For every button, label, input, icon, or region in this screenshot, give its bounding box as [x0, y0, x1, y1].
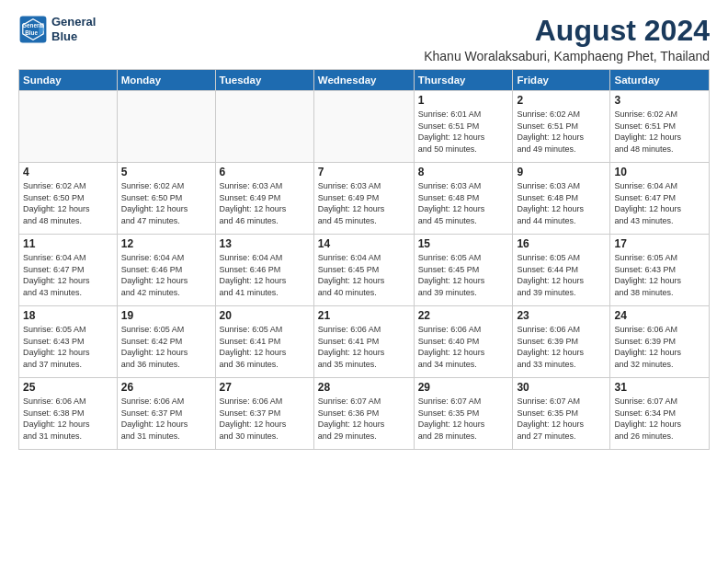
calendar-cell: 4Sunrise: 6:02 AM Sunset: 6:50 PM Daylig… [19, 163, 118, 235]
calendar-cell: 13Sunrise: 6:04 AM Sunset: 6:46 PM Dayli… [215, 235, 313, 306]
day-number: 11 [23, 237, 113, 250]
day-number: 29 [418, 381, 509, 394]
logo: General Blue General Blue [18, 15, 96, 44]
day-number: 20 [220, 309, 310, 322]
day-info: Sunrise: 6:06 AM Sunset: 6:37 PM Dayligh… [121, 396, 211, 442]
day-info: Sunrise: 6:06 AM Sunset: 6:39 PM Dayligh… [517, 324, 606, 370]
calendar-cell: 24Sunrise: 6:06 AM Sunset: 6:39 PM Dayli… [610, 306, 710, 378]
calendar-header-thursday: Thursday [414, 70, 513, 91]
day-number: 1 [418, 94, 509, 107]
day-number: 27 [220, 381, 310, 394]
day-number: 4 [23, 166, 113, 178]
calendar-cell: 31Sunrise: 6:07 AM Sunset: 6:34 PM Dayli… [610, 378, 710, 450]
page: General Blue General Blue August 2024 Kh… [0, 0, 728, 563]
day-number: 6 [220, 166, 310, 178]
day-number: 12 [121, 237, 211, 250]
day-info: Sunrise: 6:05 AM Sunset: 6:44 PM Dayligh… [517, 252, 606, 298]
calendar-week-0: 1Sunrise: 6:01 AM Sunset: 6:51 PM Daylig… [19, 91, 710, 163]
calendar-header-row: SundayMondayTuesdayWednesdayThursdayFrid… [19, 70, 710, 91]
calendar-cell: 21Sunrise: 6:06 AM Sunset: 6:41 PM Dayli… [313, 306, 414, 378]
calendar-cell: 11Sunrise: 6:04 AM Sunset: 6:47 PM Dayli… [19, 235, 118, 306]
day-info: Sunrise: 6:06 AM Sunset: 6:41 PM Dayligh… [318, 324, 410, 370]
day-info: Sunrise: 6:04 AM Sunset: 6:45 PM Dayligh… [318, 252, 410, 298]
day-info: Sunrise: 6:07 AM Sunset: 6:34 PM Dayligh… [614, 396, 705, 442]
calendar-cell: 17Sunrise: 6:05 AM Sunset: 6:43 PM Dayli… [610, 235, 710, 306]
day-number: 15 [418, 237, 509, 250]
day-info: Sunrise: 6:05 AM Sunset: 6:43 PM Dayligh… [23, 324, 113, 370]
day-number: 31 [614, 381, 705, 394]
calendar-cell: 19Sunrise: 6:05 AM Sunset: 6:42 PM Dayli… [117, 306, 215, 378]
day-info: Sunrise: 6:02 AM Sunset: 6:51 PM Dayligh… [517, 109, 606, 155]
calendar-cell: 28Sunrise: 6:07 AM Sunset: 6:36 PM Dayli… [313, 378, 414, 450]
day-number: 26 [121, 381, 211, 394]
calendar-cell: 29Sunrise: 6:07 AM Sunset: 6:35 PM Dayli… [414, 378, 513, 450]
title-block: August 2024 Khanu Woralaksaburi, Kamphae… [424, 15, 710, 63]
day-number: 9 [517, 166, 606, 178]
calendar-cell: 9Sunrise: 6:03 AM Sunset: 6:48 PM Daylig… [513, 163, 610, 235]
day-info: Sunrise: 6:04 AM Sunset: 6:47 PM Dayligh… [614, 180, 705, 226]
calendar-cell: 25Sunrise: 6:06 AM Sunset: 6:38 PM Dayli… [19, 378, 118, 450]
calendar-week-3: 18Sunrise: 6:05 AM Sunset: 6:43 PM Dayli… [19, 306, 710, 378]
day-info: Sunrise: 6:06 AM Sunset: 6:40 PM Dayligh… [418, 324, 509, 370]
day-number: 3 [614, 94, 705, 107]
calendar-cell: 10Sunrise: 6:04 AM Sunset: 6:47 PM Dayli… [610, 163, 710, 235]
day-info: Sunrise: 6:05 AM Sunset: 6:42 PM Dayligh… [121, 324, 211, 370]
day-info: Sunrise: 6:03 AM Sunset: 6:49 PM Dayligh… [318, 180, 410, 226]
day-info: Sunrise: 6:06 AM Sunset: 6:38 PM Dayligh… [23, 396, 113, 442]
svg-text:General: General [22, 22, 44, 29]
calendar-header-saturday: Saturday [610, 70, 710, 91]
day-info: Sunrise: 6:06 AM Sunset: 6:37 PM Dayligh… [220, 396, 310, 442]
calendar-cell: 1Sunrise: 6:01 AM Sunset: 6:51 PM Daylig… [414, 91, 513, 163]
day-number: 21 [318, 309, 410, 322]
calendar-cell: 30Sunrise: 6:07 AM Sunset: 6:35 PM Dayli… [513, 378, 610, 450]
day-number: 16 [517, 237, 606, 250]
calendar-cell: 16Sunrise: 6:05 AM Sunset: 6:44 PM Dayli… [513, 235, 610, 306]
day-info: Sunrise: 6:02 AM Sunset: 6:51 PM Dayligh… [614, 109, 705, 155]
calendar-header-monday: Monday [117, 70, 215, 91]
day-info: Sunrise: 6:07 AM Sunset: 6:35 PM Dayligh… [517, 396, 606, 442]
calendar-cell: 23Sunrise: 6:06 AM Sunset: 6:39 PM Dayli… [513, 306, 610, 378]
day-info: Sunrise: 6:01 AM Sunset: 6:51 PM Dayligh… [418, 109, 509, 155]
logo-text2: Blue [51, 29, 96, 44]
calendar-header-wednesday: Wednesday [313, 70, 414, 91]
calendar-cell [19, 91, 118, 163]
day-info: Sunrise: 6:02 AM Sunset: 6:50 PM Dayligh… [23, 180, 113, 226]
day-info: Sunrise: 6:04 AM Sunset: 6:47 PM Dayligh… [23, 252, 113, 298]
day-number: 2 [517, 94, 606, 107]
calendar-cell: 27Sunrise: 6:06 AM Sunset: 6:37 PM Dayli… [215, 378, 313, 450]
day-info: Sunrise: 6:04 AM Sunset: 6:46 PM Dayligh… [121, 252, 211, 298]
calendar-header-friday: Friday [513, 70, 610, 91]
day-info: Sunrise: 6:05 AM Sunset: 6:45 PM Dayligh… [418, 252, 509, 298]
day-info: Sunrise: 6:06 AM Sunset: 6:39 PM Dayligh… [614, 324, 705, 370]
day-info: Sunrise: 6:04 AM Sunset: 6:46 PM Dayligh… [220, 252, 310, 298]
calendar-week-4: 25Sunrise: 6:06 AM Sunset: 6:38 PM Dayli… [19, 378, 710, 450]
calendar-cell: 26Sunrise: 6:06 AM Sunset: 6:37 PM Dayli… [117, 378, 215, 450]
calendar-cell: 20Sunrise: 6:05 AM Sunset: 6:41 PM Dayli… [215, 306, 313, 378]
calendar-cell: 15Sunrise: 6:05 AM Sunset: 6:45 PM Dayli… [414, 235, 513, 306]
calendar-cell: 6Sunrise: 6:03 AM Sunset: 6:49 PM Daylig… [215, 163, 313, 235]
calendar-table: SundayMondayTuesdayWednesdayThursdayFrid… [18, 69, 710, 450]
calendar-cell: 12Sunrise: 6:04 AM Sunset: 6:46 PM Dayli… [117, 235, 215, 306]
logo-icon: General Blue [18, 15, 48, 44]
calendar-cell: 7Sunrise: 6:03 AM Sunset: 6:49 PM Daylig… [313, 163, 414, 235]
day-number: 7 [318, 166, 410, 178]
day-number: 14 [318, 237, 410, 250]
calendar-cell [215, 91, 313, 163]
calendar-cell: 22Sunrise: 6:06 AM Sunset: 6:40 PM Dayli… [414, 306, 513, 378]
day-number: 28 [318, 381, 410, 394]
calendar-header-tuesday: Tuesday [215, 70, 313, 91]
day-info: Sunrise: 6:07 AM Sunset: 6:35 PM Dayligh… [418, 396, 509, 442]
logo-text: General [51, 15, 96, 29]
calendar-cell [117, 91, 215, 163]
day-number: 24 [614, 309, 705, 322]
day-number: 17 [614, 237, 705, 250]
day-info: Sunrise: 6:05 AM Sunset: 6:41 PM Dayligh… [220, 324, 310, 370]
header: General Blue General Blue August 2024 Kh… [18, 15, 710, 63]
subtitle: Khanu Woralaksaburi, Kamphaeng Phet, Tha… [424, 49, 710, 63]
day-info: Sunrise: 6:03 AM Sunset: 6:49 PM Dayligh… [220, 180, 310, 226]
calendar-cell: 14Sunrise: 6:04 AM Sunset: 6:45 PM Dayli… [313, 235, 414, 306]
day-info: Sunrise: 6:05 AM Sunset: 6:43 PM Dayligh… [614, 252, 705, 298]
calendar-header-sunday: Sunday [19, 70, 118, 91]
calendar-week-1: 4Sunrise: 6:02 AM Sunset: 6:50 PM Daylig… [19, 163, 710, 235]
day-number: 30 [517, 381, 606, 394]
